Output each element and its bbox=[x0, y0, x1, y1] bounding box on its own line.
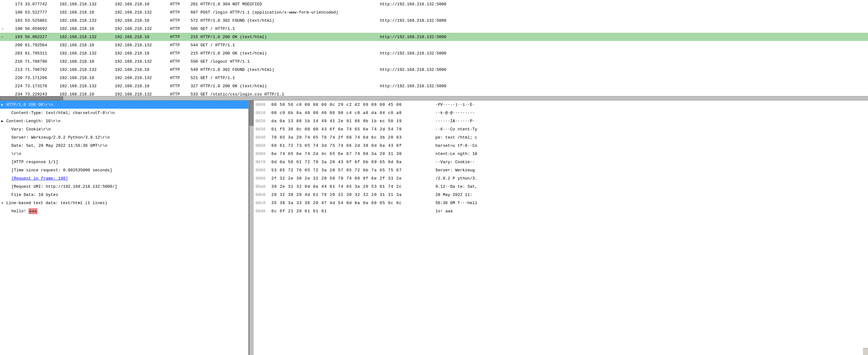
packet-no: 234 bbox=[7, 92, 25, 96]
hex-offset: 0040 bbox=[255, 135, 271, 140]
detail-row: File Data: 10 bytes bbox=[0, 190, 248, 199]
packet-proto: HTTP bbox=[170, 76, 191, 80]
expand-icon[interactable]: ▾ bbox=[1, 201, 6, 205]
packet-dst: 192.168.218.10 bbox=[115, 35, 170, 39]
detail-row: [Time since request: 0.002535000 seconds… bbox=[0, 166, 248, 174]
hex-ascii: Server: Werkzeug bbox=[435, 168, 475, 173]
packet-src: 192.168.218.10 bbox=[60, 92, 115, 96]
packet-proto: HTTP bbox=[170, 2, 191, 7]
packet-row[interactable]: 180 53.522777 192.168.218.10 192.168.218… bbox=[0, 8, 868, 16]
hex-ascii: 56:36 GM T···hell bbox=[435, 201, 477, 205]
packet-dst: 192.168.218.10 bbox=[115, 84, 170, 88]
expand-icon[interactable]: ▶ bbox=[1, 119, 6, 123]
hex-bytes: 6e 74 65 6e 74 2d 4c 65 6e 67 74 68 3a 2… bbox=[271, 151, 435, 156]
packet-dst: 192.168.218.132 bbox=[115, 59, 170, 64]
hex-row: 0020 da 0a 13 88 1b 14 49 41 2e 91 86 9b… bbox=[254, 117, 868, 125]
packet-info: 549 HTTP/1.0 302 FOUND (text/html) bbox=[191, 67, 380, 72]
packet-no: 173 bbox=[7, 2, 25, 7]
hex-bytes: 00 50 56 c0 00 08 00 0c 29 c2 d2 69 08 0… bbox=[271, 102, 435, 107]
detail-row: Content-Type: text/html; charset=utf-8\r… bbox=[0, 109, 248, 117]
status-bar bbox=[863, 348, 868, 355]
detail-text: [Time since request: 0.002535000 seconds… bbox=[11, 168, 112, 173]
packet-list: 173 33.077742 192.168.218.132 192.168.21… bbox=[0, 0, 868, 96]
bottom-panels: ▶HTTP/1.0 200 OK\r\n Content-Type: text/… bbox=[0, 101, 868, 355]
hex-row: 0070 0d 0a 56 61 72 79 3a 20 43 6f 6f 6b… bbox=[254, 158, 868, 166]
packet-dst: 192.168.218.132 bbox=[115, 43, 170, 47]
detail-row: ▶HTTP/1.0 200 OK\r\n bbox=[0, 101, 248, 109]
packet-dst: 192.168.218.132 bbox=[115, 27, 170, 31]
hex-ascii: /2.0.2 P ython/3. bbox=[435, 176, 477, 181]
packet-url: http://192.168.218.132:5000 bbox=[380, 51, 867, 56]
hex-bytes: 6c 6f 21 20 61 61 61 bbox=[271, 209, 435, 214]
packet-time: 33.077742 bbox=[25, 2, 60, 7]
hex-bytes: 00 c9 6b 8a 40 00 40 06 98 c4 c0 a8 da 8… bbox=[271, 111, 435, 115]
detail-panel: ▶HTTP/1.0 200 OK\r\n Content-Type: text/… bbox=[0, 101, 249, 355]
packet-row[interactable]: ← 193 56.062227 192.168.218.132 192.168.… bbox=[0, 33, 868, 41]
hex-offset: 0080 bbox=[255, 168, 271, 173]
packet-row[interactable]: → 190 56.059692 192.168.218.10 192.168.2… bbox=[0, 25, 868, 33]
packet-no: 193 bbox=[7, 35, 25, 39]
packet-dst: 192.168.218.132 bbox=[115, 76, 170, 80]
hex-bytes: 68 61 72 73 65 74 3d 75 74 66 2d 38 0d 0… bbox=[271, 143, 435, 148]
detail-link[interactable]: [Request in frame: 190] bbox=[11, 176, 68, 181]
packet-row[interactable]: 203 61.795311 192.168.218.132 192.168.21… bbox=[0, 49, 868, 57]
hex-ascii: harset=u tf-8··Co bbox=[435, 143, 477, 148]
packet-row[interactable]: 220 73.171296 192.168.218.10 192.168.218… bbox=[0, 74, 868, 82]
detail-row: [Request URI: http://192.168.218.132:500… bbox=[0, 182, 248, 190]
packet-no: 190 bbox=[7, 27, 25, 31]
scrollbar-thumb[interactable] bbox=[0, 96, 63, 100]
packet-row[interactable]: 234 73.229243 192.168.218.10 192.168.218… bbox=[0, 90, 868, 96]
packet-dst: 192.168.218.10 bbox=[115, 51, 170, 56]
packet-row[interactable]: 200 61.792564 192.168.218.10 192.168.218… bbox=[0, 41, 868, 49]
packet-src: 192.168.218.132 bbox=[60, 67, 115, 72]
hex-row: 0030 01 f5 36 9c 00 00 43 6f 6e 74 65 6e… bbox=[254, 125, 868, 133]
packet-row[interactable]: 173 33.077742 192.168.218.132 192.168.21… bbox=[0, 0, 868, 8]
packet-no: 224 bbox=[7, 84, 25, 88]
detail-text: hello! aaa bbox=[11, 209, 37, 214]
packet-info: 607 POST /login HTTP/1.1 (application/x-… bbox=[191, 10, 380, 15]
packet-info: 550 GET /logout HTTP/1.1 bbox=[191, 59, 380, 64]
hex-ascii: ······IA······P· bbox=[435, 119, 475, 123]
hex-row: 0090 2f 32 2e 30 2e 32 20 50 79 74 68 6f… bbox=[254, 174, 868, 182]
detail-text: File Data: 10 bytes bbox=[11, 192, 58, 197]
packet-row[interactable]: 183 53.525801 192.168.218.132 192.168.21… bbox=[0, 16, 868, 25]
packet-row[interactable]: 224 73.173170 192.168.218.132 192.168.21… bbox=[0, 82, 868, 90]
hex-ascii: pe: text /html; c bbox=[435, 135, 477, 140]
vertical-scrollbar[interactable] bbox=[249, 101, 254, 355]
packet-no: 183 bbox=[7, 18, 25, 23]
packet-no: 220 bbox=[7, 76, 25, 80]
detail-row[interactable]: [Request in frame: 190] bbox=[0, 174, 248, 182]
packet-time: 73.171296 bbox=[25, 76, 60, 80]
hex-bytes: da 0a 13 88 1b 14 49 41 2e 91 86 9b 1b e… bbox=[271, 119, 435, 123]
detail-row: Vary: Cookie\r\n bbox=[0, 125, 248, 133]
detail-row: hello! aaa bbox=[0, 207, 248, 215]
detail-text: [Request URI: http://192.168.218.132:500… bbox=[11, 184, 117, 189]
detail-text: Content-Length: 10\r\n bbox=[6, 119, 61, 123]
detail-text: Server: Werkzeug/2.0.2 Python/3.9.12\r\n bbox=[11, 135, 110, 140]
packet-time: 71.788790 bbox=[25, 59, 60, 64]
packet-dst: 192.168.218.132 bbox=[115, 10, 170, 15]
hex-offset: 00a0 bbox=[255, 184, 271, 189]
hex-row: 00b0 20 32 38 20 4d 61 79 20 32 30 32 32… bbox=[254, 190, 868, 199]
packet-time: 61.795311 bbox=[25, 51, 60, 56]
detail-text: \r\n bbox=[11, 151, 21, 156]
hex-row: 00c0 35 36 3a 33 36 20 47 4d 54 0d 0a 0a… bbox=[254, 199, 868, 207]
hex-offset: 0090 bbox=[255, 176, 271, 181]
horizontal-scrollbar[interactable] bbox=[0, 96, 868, 101]
detail-row: \r\n bbox=[0, 150, 248, 158]
hex-offset: 00b0 bbox=[255, 192, 271, 197]
hex-offset: 0020 bbox=[255, 119, 271, 123]
hex-bytes: 2f 32 2e 30 2e 32 20 50 79 74 68 6f 6e 2… bbox=[271, 176, 435, 181]
detail-text: Line-based text data: text/html (1 lines… bbox=[6, 201, 107, 205]
expand-icon[interactable]: ▶ bbox=[1, 103, 6, 107]
packet-src: 192.168.218.132 bbox=[60, 84, 115, 88]
v-scrollbar-thumb[interactable] bbox=[250, 101, 254, 126]
detail-row: ▾Line-based text data: text/html (1 line… bbox=[0, 199, 248, 207]
hex-offset: 0060 bbox=[255, 151, 271, 156]
packet-no: 200 bbox=[7, 43, 25, 47]
packet-row[interactable]: 213 71.790792 192.168.218.132 192.168.21… bbox=[0, 66, 868, 74]
packet-src: 192.168.218.10 bbox=[60, 27, 115, 31]
packet-info: 505 GET / HTTP/1.1 bbox=[191, 27, 380, 31]
detail-text: [HTTP response 1/1] bbox=[11, 160, 58, 165]
packet-row[interactable]: 210 71.788790 192.168.218.10 192.168.218… bbox=[0, 57, 868, 66]
